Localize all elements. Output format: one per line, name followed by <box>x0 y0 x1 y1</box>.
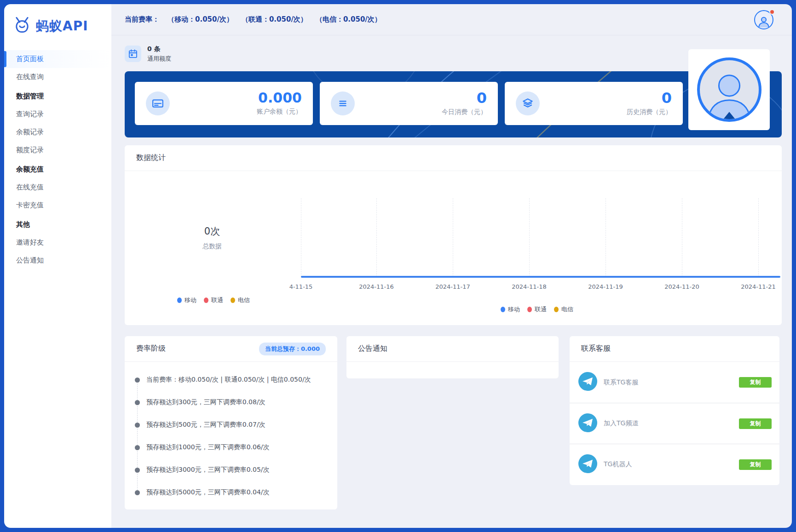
layers-icon <box>516 92 540 115</box>
balance-value: 0.000 <box>257 91 302 105</box>
legend-mobile[interactable]: 移动 <box>177 296 196 304</box>
chart-legend-center: 移动 联通 电信 <box>501 305 573 314</box>
sidebar-item-notice[interactable]: 公告通知 <box>4 252 111 269</box>
today-spend-card: 0 今日消费（元） <box>320 82 498 125</box>
legend-unicom-dot <box>204 297 208 303</box>
x-axis-label: 2024-11-16 <box>359 283 394 290</box>
sidebar-item-invite[interactable]: 邀请好友 <box>4 234 111 252</box>
x-axis-label: 4-11-15 <box>289 283 313 290</box>
tier-item: 当前费率：移动0.050/次 | 联通0.050/次 | 电信0.050/次 <box>134 368 328 391</box>
support-header: 联系客服 <box>570 336 779 362</box>
sidebar-item-query-records[interactable]: 查询记录 <box>4 105 111 123</box>
telegram-icon <box>578 372 597 393</box>
legend-unicom[interactable]: 联通 <box>204 296 223 304</box>
sidebar: 蚂蚁API 首页面板 在线查询 数据管理 查询记录 余额记录 额度记录 余额充值… <box>4 4 111 528</box>
chart-zero-line <box>301 276 780 278</box>
data-statistics-panel: 数据统计 0次 总数据 4-11-15 2024-1 <box>125 145 782 325</box>
today-spend-value: 0 <box>442 91 487 105</box>
rate-tiers-title: 费率阶级 <box>136 344 166 354</box>
tier-item: 预存额达到1000元，三网下调费率0.06/次 <box>134 436 328 458</box>
chart-gridline <box>376 198 377 277</box>
notice-title: 公告通知 <box>358 344 387 354</box>
chart-total-label: 总数据 <box>184 242 241 251</box>
rate-tier-list: 当前费率：移动0.050/次 | 联通0.050/次 | 电信0.050/次 预… <box>125 362 337 503</box>
legend-unicom-label: 联通 <box>535 305 547 314</box>
sidebar-item-home[interactable]: 首页面板 <box>4 50 111 68</box>
telegram-icon <box>578 413 597 434</box>
legend-mobile[interactable]: 移动 <box>501 305 520 314</box>
rate-tiers-panel: 费率阶级 当前总预存：0.000 当前费率：移动0.050/次 | 联通0.05… <box>125 336 337 509</box>
legend-telecom[interactable]: 电信 <box>554 305 573 314</box>
sidebar-item-balance-records[interactable]: 余额记录 <box>4 123 111 141</box>
history-spend-card: 0 历史消费（元） <box>505 82 683 125</box>
x-axis-label: 2024-11-19 <box>588 283 623 290</box>
profile-card <box>688 49 770 130</box>
quota-count: 0 条 <box>147 45 171 53</box>
x-axis-label: 2024-11-20 <box>664 283 699 290</box>
chart-total-value: 0次 <box>184 225 241 238</box>
support-row-tg-bot: TG机器人 复制 <box>570 444 779 485</box>
app-frame: 蚂蚁API 首页面板 在线查询 数据管理 查询记录 余额记录 额度记录 余额充值… <box>4 4 792 528</box>
app-title: 蚂蚁API <box>36 17 88 35</box>
bottom-row: 费率阶级 当前总预存：0.000 当前费率：移动0.050/次 | 联通0.05… <box>125 336 782 509</box>
quota-label: 通用额度 <box>147 55 171 63</box>
x-axis-label: 2024-11-18 <box>512 283 547 290</box>
support-label: 联系TG客服 <box>604 378 638 387</box>
chart-gridline <box>301 198 301 277</box>
tier-item: 预存额达到300元，三网下调费率0.08/次 <box>134 391 328 413</box>
data-statistics-header: 数据统计 <box>125 145 782 171</box>
support-rows: 联系TG客服 复制 加入TG频道 <box>570 362 779 485</box>
balance-card: 0.000 账户余额（元） <box>135 82 313 125</box>
copy-button[interactable]: 复制 <box>739 418 772 429</box>
notification-dot <box>769 9 775 15</box>
legend-mobile-dot <box>177 297 182 303</box>
legend-telecom[interactable]: 电信 <box>231 296 250 304</box>
sidebar-section-other: 其他 <box>4 216 111 234</box>
profile-avatar <box>697 57 761 122</box>
support-row-tg-channel: 加入TG频道 复制 <box>570 403 779 444</box>
history-spend-value: 0 <box>627 91 672 105</box>
logo: 蚂蚁API <box>4 4 111 47</box>
support-row-tg-service: 联系TG客服 复制 <box>570 362 779 403</box>
content: 0 条 通用额度 <box>111 35 792 509</box>
today-spend-label: 今日消费（元） <box>442 108 487 116</box>
chart-gridline <box>529 198 530 277</box>
current-rates: 当前费率： （移动：0.050/次） （联通：0.050/次） （电信：0.05… <box>125 15 381 24</box>
rate-mobile: （移动：0.050/次） <box>167 15 233 24</box>
user-avatar[interactable] <box>754 10 773 29</box>
sidebar-item-online-recharge[interactable]: 在线充值 <box>4 178 111 196</box>
legend-unicom-dot <box>527 307 532 312</box>
stats-banner: 0.000 账户余额（元） 0 今日消费（元） <box>125 71 782 137</box>
copy-button[interactable]: 复制 <box>739 377 772 388</box>
topbar: 当前费率： （移动：0.050/次） （联通：0.050/次） （电信：0.05… <box>111 4 792 35</box>
legend-unicom[interactable]: 联通 <box>527 305 547 314</box>
legend-telecom-label: 电信 <box>238 296 250 304</box>
rate-tiers-header: 费率阶级 当前总预存：0.000 <box>125 336 337 362</box>
support-label: TG机器人 <box>604 460 632 469</box>
legend-telecom-label: 电信 <box>561 305 573 314</box>
ant-logo-icon <box>12 16 32 36</box>
balance-label: 账户余额（元） <box>257 108 302 116</box>
sidebar-section-data: 数据管理 <box>4 87 111 105</box>
data-statistics-title: 数据统计 <box>136 153 166 163</box>
sidebar-menu: 首页面板 在线查询 数据管理 查询记录 余额记录 额度记录 余额充值 在线充值 … <box>4 47 111 269</box>
main-area: 当前费率： （移动：0.050/次） （联通：0.050/次） （电信：0.05… <box>111 4 792 528</box>
legend-telecom-dot <box>554 307 559 312</box>
rate-telecom: （电信：0.050/次） <box>316 15 381 24</box>
rate-unicom: （联通：0.050/次） <box>242 15 307 24</box>
quota-summary: 0 条 通用额度 <box>125 46 782 62</box>
sidebar-item-quota-records[interactable]: 额度记录 <box>4 141 111 159</box>
chart-gridline <box>453 198 453 277</box>
notice-header: 公告通知 <box>346 336 559 362</box>
stat-cards: 0.000 账户余额（元） 0 今日消费（元） <box>135 82 683 125</box>
chart-legend-left: 移动 联通 电信 <box>177 296 250 304</box>
sidebar-section-recharge: 余额充值 <box>4 160 111 178</box>
tier-item: 预存额达到3000元，三网下调费率0.05/次 <box>134 458 328 481</box>
telegram-icon <box>578 454 597 475</box>
tier-item: 预存额达到500元，三网下调费率0.07/次 <box>134 413 328 436</box>
credit-card-icon <box>146 92 170 115</box>
sidebar-item-online-query[interactable]: 在线查询 <box>4 68 111 86</box>
chart-gridline <box>682 198 682 277</box>
sidebar-item-card-recharge[interactable]: 卡密充值 <box>4 196 111 214</box>
copy-button[interactable]: 复制 <box>739 459 772 470</box>
